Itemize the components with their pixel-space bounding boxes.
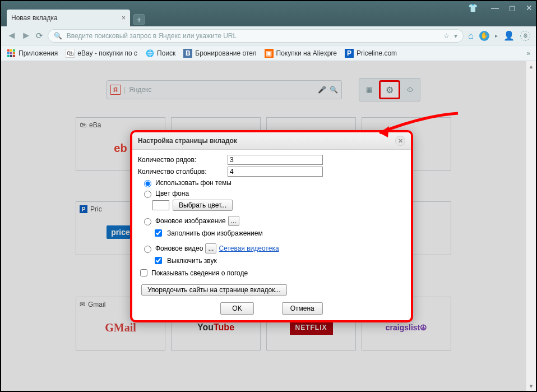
bag-icon: 🛍 — [80, 121, 86, 129]
yandex-logo-icon: Я — [110, 85, 121, 95]
globe-icon: 🌐 — [145, 49, 154, 58]
ebay-icon: 🛍 — [66, 49, 75, 58]
bookmark-apps[interactable]: Приложения — [7, 49, 58, 58]
color-swatch[interactable] — [152, 200, 169, 210]
bookmarks-overflow-icon[interactable]: » — [526, 49, 530, 57]
tile-label: Gmail — [88, 301, 105, 308]
bookmark-search[interactable]: 🌐 Поиск — [145, 49, 175, 58]
search-provider-label: Яндекс — [129, 86, 151, 94]
address-placeholder: Введите поисковый запрос в Яндекс или ук… — [67, 32, 237, 40]
bookmark-label: Priceline.com — [357, 49, 397, 57]
arrange-sites-button[interactable]: Упорядочить сайты на странице вкладок... — [141, 284, 287, 296]
tile-body: price — [111, 228, 129, 237]
priceline-icon: P — [345, 49, 354, 58]
vk-icon: B — [183, 49, 192, 58]
reload-button[interactable]: ⟳ — [36, 31, 43, 41]
ok-button[interactable]: OK — [220, 302, 253, 315]
cancel-button[interactable]: Отмена — [282, 302, 323, 315]
hand-icon[interactable]: ✋ — [479, 31, 489, 41]
user-icon[interactable]: 👤 — [503, 30, 515, 41]
radio-theme-bg[interactable] — [144, 180, 151, 187]
bookmark-label: Покупки на Aliexpre — [276, 49, 337, 57]
rows-input[interactable] — [228, 155, 323, 165]
priceline-icon: P — [80, 205, 87, 213]
close-tab-icon[interactable]: × — [122, 14, 126, 22]
search-icon: 🔍 — [54, 32, 62, 40]
apps-icon — [7, 49, 15, 57]
window-controls: 👕 — ◻ ✕ — [468, 3, 533, 12]
radio-video-bg[interactable] — [144, 246, 151, 253]
dialog-title: Настройка страницы вкладок — [138, 137, 237, 145]
tab-page-settings-dialog: Настройка страницы вкладок ✕ Количество … — [130, 130, 413, 322]
bookmarks-bar: Приложения 🛍 eBay - покупки по с 🌐 Поиск… — [1, 45, 536, 61]
radio-label: Фоновое видео — [155, 245, 203, 252]
gmail-icon: ✉ — [80, 301, 85, 308]
checkbox-weather[interactable] — [140, 269, 147, 276]
forward-button[interactable]: ► — [21, 30, 31, 41]
dialog-titlebar: Настройка страницы вкладок ✕ — [132, 132, 411, 150]
tshirt-icon[interactable]: 👕 — [468, 3, 478, 12]
settings-gear-icon[interactable]: ⚙ — [520, 31, 530, 41]
radio-label: Фоновое изображение — [155, 217, 226, 225]
browse-video-button[interactable]: ... — [205, 243, 216, 253]
radio-label: Использовать фон темы — [155, 179, 232, 187]
title-bar: Новая вкладка × + 👕 — ◻ ✕ — [1, 1, 536, 26]
bookmark-label: Приложения — [18, 49, 58, 57]
page-settings-button[interactable]: ⚙ — [379, 80, 400, 99]
bookmark-label: eBay - покупки по с — [77, 49, 137, 57]
peace-icon: ☮ — [420, 323, 427, 332]
tab-title: Новая вкладка — [11, 14, 58, 22]
tile-body: eb — [114, 142, 127, 155]
layout-icon[interactable]: ▦ — [361, 82, 377, 97]
checkbox-label: Показывать сведения о погоде — [151, 269, 248, 277]
radio-color-bg[interactable] — [144, 191, 151, 198]
bookmark-booking[interactable]: B Бронирование отел — [183, 49, 256, 58]
radio-image-bg[interactable] — [144, 218, 151, 225]
tile-body: GMail — [105, 321, 136, 334]
checkbox-fill-image[interactable] — [155, 229, 162, 237]
gear-icon: ⚙ — [386, 85, 394, 95]
home-icon[interactable]: ⌂ — [468, 31, 474, 41]
bookmark-ebay[interactable]: 🛍 eBay - покупки по с — [66, 49, 137, 58]
tile-body: NETFLIX — [295, 324, 327, 331]
page-search-box[interactable]: Я | Яндекс 🎤 🔍 — [107, 80, 342, 99]
checkbox-label: Заполнить фон изображением — [167, 229, 263, 237]
back-button[interactable]: ◄ — [7, 30, 17, 41]
checkbox-mute[interactable] — [155, 257, 162, 264]
minimize-button[interactable]: — — [491, 3, 499, 12]
maximize-button[interactable]: ◻ — [509, 3, 516, 12]
choose-color-button[interactable]: Выбрать цвет... — [173, 200, 233, 211]
browse-image-button[interactable]: ... — [228, 216, 239, 226]
search-submit-icon[interactable]: 🔍 — [330, 86, 338, 94]
vertical-scrollbar[interactable]: ▲ ▼ — [526, 61, 536, 391]
scroll-down-icon[interactable]: ▼ — [526, 381, 536, 391]
browser-tab[interactable]: Новая вкладка × — [7, 10, 130, 26]
checkbox-label: Выключить звук — [167, 257, 217, 265]
history-icon[interactable]: ⏲ — [402, 82, 418, 97]
bookmark-priceline[interactable]: P Priceline.com — [345, 49, 397, 58]
bookmark-label: Поиск — [157, 49, 175, 57]
microphone-icon[interactable]: 🎤 — [318, 86, 326, 94]
toolbar-icons: ⌂ ✋ ▸ 👤 ⚙ — [468, 30, 530, 41]
tile-body: craigslist — [386, 323, 420, 332]
bookmark-label: Бронирование отел — [195, 49, 256, 57]
radio-label: Цвет фона — [155, 190, 189, 197]
tile-label: Pric — [90, 205, 102, 213]
close-window-button[interactable]: ✕ — [526, 3, 533, 12]
tile-body: Tube — [214, 322, 234, 333]
scroll-up-icon[interactable]: ▲ — [526, 61, 536, 71]
chevron-right-icon[interactable]: ▸ — [495, 33, 498, 39]
new-tab-button[interactable]: + — [133, 14, 145, 25]
address-bar[interactable]: 🔍 Введите поисковый запрос в Яндекс или … — [48, 29, 464, 43]
dialog-close-button[interactable]: ✕ — [395, 136, 405, 146]
rows-label: Количество рядов: — [138, 156, 228, 164]
video-library-link[interactable]: Сетевая видеотека — [219, 245, 279, 252]
dropdown-icon[interactable]: ▾ — [454, 32, 457, 40]
aliexpress-icon: ▣ — [265, 49, 274, 58]
cols-input[interactable] — [228, 167, 323, 177]
cols-label: Количество столбцов: — [138, 168, 228, 176]
bookmark-star-icon[interactable]: ☆ — [443, 32, 450, 40]
toolbar: ◄ ► ⟳ 🔍 Введите поисковый запрос в Яндек… — [1, 26, 536, 45]
bookmark-aliexpress[interactable]: ▣ Покупки на Aliexpre — [265, 49, 337, 58]
tile-label: eBa — [89, 121, 101, 129]
